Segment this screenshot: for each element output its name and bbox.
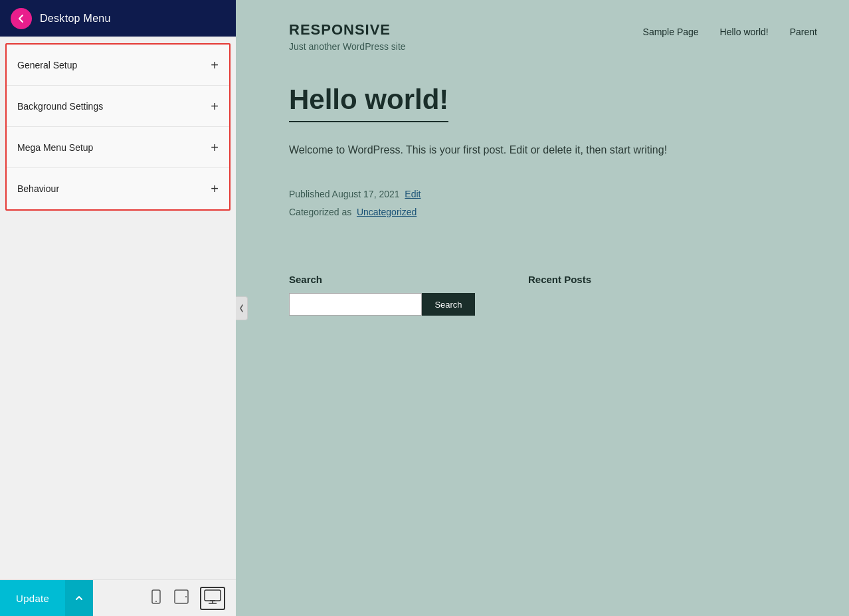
post-title: Hello world! [289,84,448,122]
svg-rect-4 [205,590,221,601]
site-header: RESPONSIVE Just another WordPress site S… [236,0,849,68]
svg-point-3 [185,596,187,597]
tablet-device-icon[interactable] [173,589,189,607]
mobile-device-icon[interactable] [149,589,163,607]
panel-header: Desktop Menu [0,0,236,37]
accordion-container: General Setup + Background Settings + Me… [5,43,231,211]
update-button[interactable]: Update [0,580,65,617]
accordion-plus-behaviour: + [211,182,219,195]
accordion-label-general-setup: General Setup [17,60,77,70]
back-button[interactable] [11,8,32,29]
device-icons [149,587,236,610]
accordion-item-background-settings[interactable]: Background Settings + [7,86,229,127]
panel-title: Desktop Menu [40,13,111,25]
post-published: Published August 17, 2021 Edit [289,185,796,203]
accordion-item-general-setup[interactable]: General Setup + [7,45,229,86]
accordion-item-behaviour[interactable]: Behaviour + [7,168,229,209]
left-panel: Desktop Menu General Setup + Background … [0,0,236,616]
preview-area: RESPONSIVE Just another WordPress site S… [236,0,849,616]
arrow-up-button[interactable] [65,580,93,617]
recent-posts-widget: Recent Posts [528,274,591,316]
search-widget-title: Search [289,274,475,285]
search-input[interactable] [289,293,422,316]
post-meta: Published August 17, 2021 Edit Categoriz… [289,185,796,221]
site-tagline: Just another WordPress site [289,41,406,52]
site-branding: RESPONSIVE Just another WordPress site [289,21,406,52]
nav-item-parent[interactable]: Parent [790,27,817,37]
nav-item-hello-world[interactable]: Hello world! [720,27,769,37]
main-content: Hello world! Welcome to WordPress. This … [236,68,849,253]
svg-point-1 [155,601,157,602]
collapse-handle[interactable] [236,296,248,320]
nav-item-sample-page[interactable]: Sample Page [643,27,699,37]
post-body: Welcome to WordPress. This is your first… [289,141,741,159]
site-name: RESPONSIVE [289,21,406,39]
recent-posts-widget-title: Recent Posts [528,274,591,285]
post-edit-link[interactable]: Edit [405,189,421,199]
accordion-plus-background-settings: + [211,100,219,113]
footer-widgets: Search Search Recent Posts [236,253,849,337]
accordion-label-mega-menu-setup: Mega Menu Setup [17,142,93,153]
post-category: Categorized as Uncategorized [289,203,796,221]
desktop-device-icon[interactable] [200,587,225,610]
bottom-toolbar: Update [0,579,236,616]
accordion-item-mega-menu-setup[interactable]: Mega Menu Setup + [7,127,229,168]
accordion-plus-mega-menu-setup: + [211,141,219,154]
search-widget: Search Search [289,274,475,316]
accordion-label-behaviour: Behaviour [17,183,59,194]
accordion-plus-general-setup: + [211,58,219,72]
accordion-label-background-settings: Background Settings [17,101,103,112]
search-submit-button[interactable]: Search [422,293,475,316]
post-category-link[interactable]: Uncategorized [357,207,417,217]
site-nav: Sample Page Hello world! Parent [643,21,817,37]
